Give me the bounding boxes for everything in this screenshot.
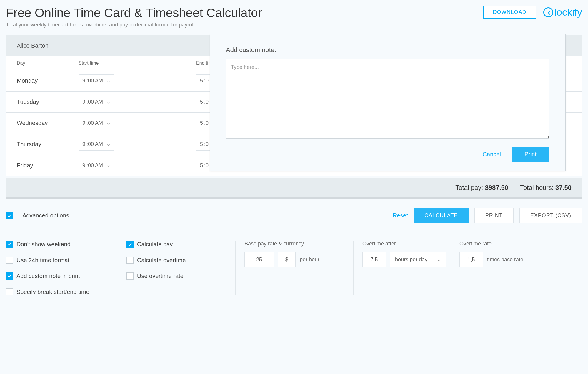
minute-value: :0 <box>204 141 209 147</box>
chevron-down-icon <box>106 121 111 125</box>
custom-note-modal: Add custom note: Cancel Print <box>210 34 566 171</box>
dont-show-weekend-checkbox[interactable] <box>6 241 13 248</box>
day-label: Friday <box>17 162 79 169</box>
advanced-options-label: Advanced options <box>22 212 69 219</box>
hour-value: 5 <box>200 141 203 147</box>
brand-text: lockify <box>554 6 582 18</box>
ot-after-input[interactable] <box>362 252 386 267</box>
total-pay-label: Total pay: <box>455 184 483 191</box>
start-time-input[interactable]: 9 :00 AM <box>79 96 114 108</box>
minute-value: :0 <box>204 78 209 84</box>
start-time-input[interactable]: 9 :00 AM <box>79 159 114 172</box>
add-note-label: Add custom note in print <box>16 273 80 280</box>
base-rate-input[interactable] <box>244 252 274 267</box>
check-icon <box>7 242 12 247</box>
ampm-value: AM <box>95 120 103 126</box>
use-overtime-rate-checkbox[interactable] <box>126 272 134 280</box>
reset-link[interactable]: Reset <box>393 212 408 219</box>
calculate-pay-checkbox[interactable] <box>126 241 134 248</box>
minute-value: :0 <box>204 99 209 105</box>
export-csv-button[interactable]: EXPORT (CSV) <box>519 208 582 223</box>
ot-rate-label: Overtime rate <box>459 241 523 247</box>
hour-value: 5 <box>200 99 203 105</box>
hour-value: 9 <box>82 78 85 84</box>
specify-break-label: Specify break start/end time <box>16 289 89 295</box>
minute-value: :0 <box>204 162 209 169</box>
hour-value: 9 <box>82 141 85 147</box>
ampm-value: AM <box>95 78 103 84</box>
hour-value: 9 <box>82 99 85 105</box>
page-title: Free Online Time Card & Timesheet Calcul… <box>6 6 262 20</box>
currency-input[interactable] <box>278 252 296 267</box>
ot-after-label: Overtime after <box>362 241 451 247</box>
print-button[interactable]: PRINT <box>474 208 514 223</box>
check-icon <box>7 213 12 218</box>
minute-value: :00 <box>86 99 94 105</box>
ampm-value: AM <box>95 99 103 105</box>
minute-value: :00 <box>86 162 94 169</box>
calculate-overtime-checkbox[interactable] <box>126 257 134 264</box>
calculate-overtime-label: Calculate overtime <box>137 257 186 264</box>
chevron-down-icon <box>106 164 111 168</box>
dont-show-weekend-label: Don't show weekend <box>16 241 71 248</box>
calculate-button[interactable]: CALCULATE <box>414 208 469 223</box>
check-icon <box>7 274 12 278</box>
day-label: Wednesday <box>17 120 79 127</box>
add-note-checkbox[interactable] <box>6 272 13 280</box>
separator <box>6 197 582 199</box>
col-day: Day <box>17 61 79 66</box>
start-time-input[interactable]: 9 :00 AM <box>79 138 114 151</box>
ot-rate-input[interactable] <box>459 252 483 267</box>
use-24h-checkbox[interactable] <box>6 257 13 264</box>
specify-break-checkbox[interactable] <box>6 288 13 295</box>
totals-bar: Total pay: $987.50 Total hours: 37.50 <box>6 178 582 197</box>
ampm-value: AM <box>95 141 103 147</box>
clock-icon <box>543 7 553 17</box>
hour-value: 5 <box>200 78 203 84</box>
minute-value: :00 <box>86 78 94 84</box>
chevron-down-icon <box>106 79 111 83</box>
ot-rate-suffix: times base rate <box>487 257 523 263</box>
topbar: Free Online Time Card & Timesheet Calcul… <box>6 6 582 28</box>
day-label: Tuesday <box>17 99 79 105</box>
chevron-down-icon <box>106 100 111 104</box>
hour-value: 9 <box>82 120 85 126</box>
ot-after-unit-select[interactable]: hours per day <box>390 252 446 267</box>
start-time-input[interactable]: 9 :00 AM <box>79 117 114 129</box>
hour-value: 9 <box>82 162 85 169</box>
per-hour-text: per hour <box>300 257 319 263</box>
hour-value: 5 <box>200 162 203 169</box>
total-hours-value: 37.50 <box>555 184 572 191</box>
note-textarea[interactable] <box>226 59 549 139</box>
check-icon <box>128 242 132 247</box>
advanced-options-panel: Don't show weekend Use 24h time format A… <box>6 241 582 307</box>
total-pay-value: $987.50 <box>485 184 509 191</box>
start-time-input[interactable]: 9 :00 AM <box>79 74 114 87</box>
modal-print-button[interactable]: Print <box>512 147 549 162</box>
day-label: Thursday <box>17 141 79 148</box>
use-overtime-rate-label: Use overtime rate <box>137 273 184 280</box>
cancel-button[interactable]: Cancel <box>483 151 501 158</box>
download-button[interactable]: DOWNLOAD <box>483 6 536 19</box>
minute-value: :00 <box>86 120 94 126</box>
modal-title: Add custom note: <box>226 46 549 54</box>
col-start: Start time <box>79 61 196 66</box>
day-label: Monday <box>17 77 79 84</box>
clockify-logo: lockify <box>543 6 582 18</box>
use-24h-label: Use 24h time format <box>16 257 69 264</box>
divider <box>353 241 354 295</box>
divider <box>235 241 236 295</box>
minute-value: :00 <box>86 141 94 147</box>
ampm-value: AM <box>95 162 103 169</box>
page-subtitle: Total your weekly timecard hours, overti… <box>6 22 262 28</box>
actions-row: Advanced options Reset CALCULATE PRINT E… <box>6 208 582 223</box>
minute-value: :0 <box>204 120 209 126</box>
chevron-down-icon <box>106 142 111 147</box>
total-hours-label: Total hours: <box>520 184 554 191</box>
ot-after-unit-value: hours per day <box>395 257 427 263</box>
chevron-down-icon <box>437 258 441 262</box>
base-rate-label: Base pay rate & currency <box>244 241 344 247</box>
hour-value: 5 <box>200 120 203 126</box>
calculate-pay-label: Calculate pay <box>137 241 173 248</box>
advanced-options-checkbox[interactable] <box>6 212 13 219</box>
